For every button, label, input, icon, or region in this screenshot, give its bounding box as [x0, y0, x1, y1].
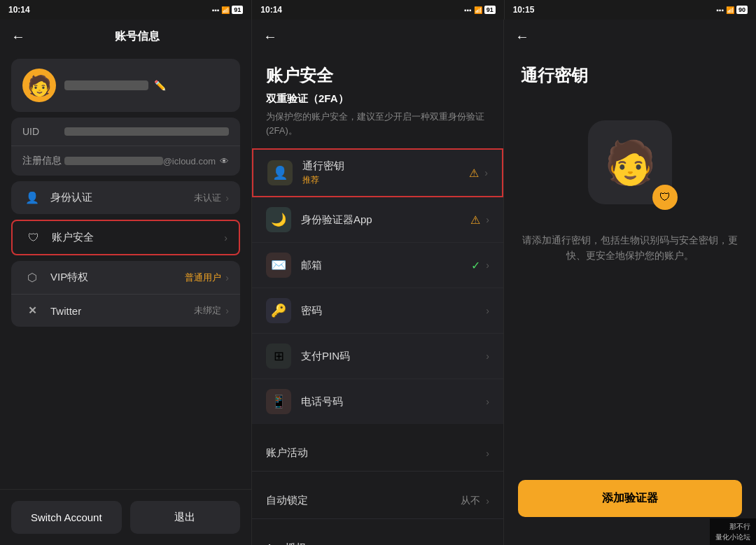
arrow-icon-security: ›: [224, 232, 227, 243]
email-arrow-icon: ›: [486, 260, 489, 271]
vip-icon-wrap: ⬡: [22, 271, 42, 284]
arrow-icon-twitter: ›: [225, 305, 229, 316]
email-sec-icon-wrap: ✉️: [266, 253, 291, 278]
phone-icon: 📱: [271, 394, 286, 409]
status-icons-3: ▪▪▪ 📶 90: [716, 6, 748, 14]
pin-item[interactable]: ⊞ 支付PIN码 ›: [252, 334, 503, 379]
panel2-main-title: 账户安全: [252, 53, 503, 92]
edit-icon[interactable]: ✏️: [154, 80, 166, 91]
passkey-icon-bg: 🧑 🛡: [588, 120, 672, 204]
switch-account-button[interactable]: Switch Account: [11, 501, 122, 534]
passkey-status-warn-icon: ⚠: [469, 167, 479, 180]
account-activity-label: 账户活动: [266, 446, 486, 460]
twitter-value: 未绑定: [194, 304, 221, 317]
identity-value: 未认证: [194, 192, 221, 204]
phone-info: 电话号码: [301, 395, 486, 409]
auto-lock-label: 自动锁定: [266, 494, 461, 507]
twitter-x-icon: ✕: [28, 304, 37, 317]
twitter-item[interactable]: ✕ Twitter 未绑定 ›: [11, 295, 240, 327]
time-1: 10:14: [8, 5, 30, 15]
identity-label: 身份认证: [50, 191, 194, 204]
passkey-illustration: 🧑 🛡: [504, 92, 756, 232]
panel1-content: 🧑 ✏️ UID 注册信息 @icloud.com 👁: [0, 53, 251, 545]
email-security-item[interactable]: ✉️ 邮箱 ✓ ›: [252, 243, 503, 288]
back-icon-1[interactable]: ←: [11, 29, 25, 45]
vip-value: 普通用户: [185, 271, 221, 284]
phone-arrow-icon: ›: [486, 396, 489, 407]
back-icon-2[interactable]: ←: [263, 29, 277, 45]
watermark: 那不行 量化小论坛: [710, 518, 756, 545]
passkey-sub: 推荐: [302, 174, 469, 186]
passkey-item-outlined: 👤 通行密钥 推荐 ⚠ ›: [252, 148, 503, 197]
email-blur: [64, 157, 163, 165]
auth-app-warn-icon: ⚠: [470, 213, 480, 227]
password-info: 密码: [301, 304, 486, 318]
moon-icon: 🌙: [271, 212, 286, 227]
vip-item[interactable]: ⬡ VIP特权 普通用户 ›: [11, 261, 240, 295]
vip-label: VIP特权: [50, 271, 185, 284]
profile-name-area: ✏️: [64, 80, 229, 91]
pin-icon: ⊞: [274, 348, 284, 364]
auth-app-item[interactable]: 🌙 身份验证器App ⚠ ›: [252, 197, 503, 243]
back-icon-3[interactable]: ←: [515, 29, 529, 45]
auto-lock-item[interactable]: 自动锁定 从不 ›: [252, 483, 503, 519]
passkey-shield-icon: 🛡: [652, 185, 678, 210]
info-rows: UID 注册信息 @icloud.com 👁: [11, 118, 240, 176]
time-2: 10:14: [260, 5, 282, 15]
app-auth-item[interactable]: App授权 ›: [252, 530, 503, 545]
phone-icon-wrap: 📱: [266, 389, 291, 414]
phone-item[interactable]: 📱 电话号码 ›: [252, 379, 503, 424]
security-icon-wrap: 🛡: [24, 232, 43, 244]
passkey-security-item[interactable]: 👤 通行密钥 推荐 ⚠ ›: [253, 150, 502, 196]
person-icon: 👤: [25, 191, 39, 204]
password-item[interactable]: 🔑 密码 ›: [252, 288, 503, 334]
phone-name: 电话号码: [301, 395, 486, 409]
panel2-header: ←: [252, 20, 503, 53]
password-name: 密码: [301, 304, 486, 318]
passkey-info: 通行密钥 推荐: [302, 160, 469, 186]
account-security-item[interactable]: 🛡 账户安全 ›: [13, 221, 239, 254]
wifi-icon-2: 📶: [474, 6, 482, 14]
battery-3: 90: [736, 6, 748, 14]
watermark-line2: 量化小论坛: [715, 532, 750, 542]
pin-arrow-icon: ›: [486, 351, 489, 362]
time-3: 10:15: [513, 5, 535, 15]
account-activity-arrow: ›: [486, 448, 489, 459]
arrow-icon-vip: ›: [225, 272, 229, 283]
status-bar-1: 10:14 ▪▪▪ 📶 91: [0, 0, 252, 20]
account-activity-item[interactable]: 账户活动 ›: [252, 435, 503, 472]
auth-app-info: 身份验证器App: [301, 213, 470, 227]
account-security-outlined: 🛡 账户安全 ›: [11, 220, 240, 255]
auth-app-name: 身份验证器App: [301, 213, 470, 227]
watermark-line1: 那不行: [715, 521, 750, 532]
add-authenticator-button[interactable]: 添加验证器: [518, 480, 742, 517]
twitter-label: Twitter: [50, 305, 194, 317]
passkey-title: 通行密钥: [521, 64, 739, 87]
panel1-header: ← 账号信息: [0, 20, 251, 53]
arrow-icon-identity: ›: [225, 192, 229, 204]
passkey-arrow-icon: ›: [484, 167, 488, 178]
panel-account-info: ← 账号信息 🧑 ✏️ UID 注册信息: [0, 20, 252, 545]
wifi-icon-3: 📶: [726, 6, 734, 14]
auth-app-arrow-icon: ›: [486, 214, 489, 225]
email-icon: ✉️: [271, 257, 286, 273]
email-suffix: @icloud.com: [163, 156, 216, 167]
status-bar-3: 10:15 ▪▪▪ 📶 90: [505, 0, 756, 20]
uid-label: UID: [22, 126, 64, 137]
profile-section: 🧑 ✏️: [11, 59, 240, 112]
uid-value-blur: [64, 127, 229, 136]
logout-button[interactable]: 退出: [130, 501, 241, 534]
auto-lock-arrow: ›: [486, 495, 489, 507]
pin-info: 支付PIN码: [301, 350, 486, 363]
signal-icon-1: ▪▪▪: [212, 6, 220, 14]
identity-verify-item[interactable]: 👤 身份认证 未认证 ›: [11, 181, 240, 214]
panel-passkey: ← 通行密钥 🧑 🛡 请添加通行密钥，包括生物识别码与安全密钥，更快、更安全地保…: [504, 20, 756, 545]
security-list: 👤 通行密钥 推荐 ⚠ › 🌙 身份验证器App ⚠: [252, 148, 503, 424]
twitter-icon-wrap: ✕: [22, 304, 42, 317]
panel-account-security: ← 账户安全 双重验证（2FA） 为保护您的账户安全，建议至少开启一种双重身份验…: [252, 20, 504, 545]
password-arrow-icon: ›: [486, 305, 489, 316]
eye-icon: 👁: [220, 156, 229, 167]
wifi-icon-1: 📶: [221, 6, 230, 14]
pin-icon-wrap: ⊞: [266, 344, 291, 369]
passkey-person-icon: 🧑: [604, 138, 657, 187]
